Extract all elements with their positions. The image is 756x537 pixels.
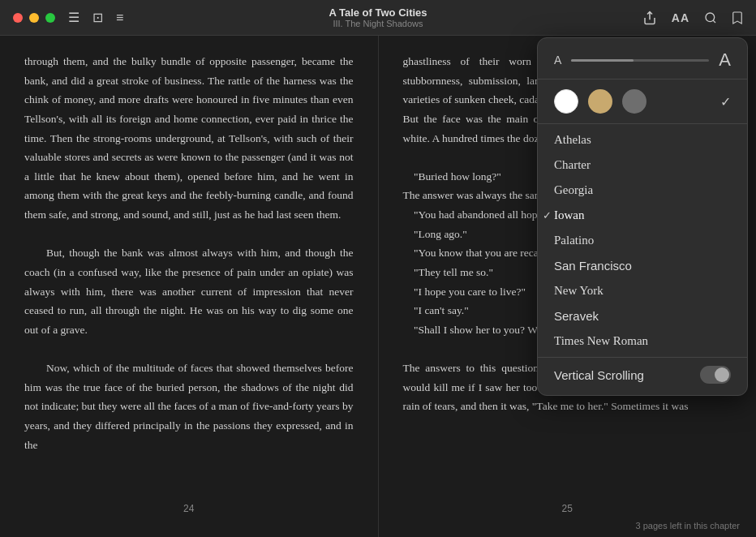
vertical-scrolling-toggle[interactable] xyxy=(700,366,731,384)
book-title: A Tale of Two Cities xyxy=(329,6,427,19)
vertical-scrolling-label: Vertical Scrolling xyxy=(554,368,644,382)
font-name: Athelas xyxy=(554,133,591,147)
font-name: Georgia xyxy=(554,183,593,197)
pages-left-label: 3 pages left in this chapter xyxy=(636,521,740,531)
font-item-new-york[interactable]: New York xyxy=(538,278,747,303)
font-size-icon[interactable]: AA xyxy=(672,11,689,24)
maximize-button[interactable] xyxy=(45,13,55,23)
selected-check-icon: ✓ xyxy=(543,209,552,222)
svg-line-1 xyxy=(713,20,715,23)
page-left: through them, and the bulky bundle of op… xyxy=(0,36,379,537)
font-name: New York xyxy=(554,284,604,298)
theme-white[interactable] xyxy=(554,89,578,114)
svg-point-0 xyxy=(706,13,715,22)
font-size-slider[interactable] xyxy=(571,59,709,62)
toolbar-right: AA xyxy=(642,11,743,25)
toggle-knob xyxy=(715,367,729,382)
font-size-slider-fill xyxy=(571,59,633,62)
window-title-area: A Tale of Two Cities III. The Night Shad… xyxy=(329,6,427,28)
page-number-left: 24 xyxy=(183,503,194,514)
list-icon[interactable]: ☰ xyxy=(68,10,79,25)
font-panel: A A ✓ Athelas Charter xyxy=(537,37,748,396)
font-item-san-francisco[interactable]: San Francisco xyxy=(538,253,747,278)
font-name: Palatino xyxy=(554,234,594,247)
share-icon[interactable] xyxy=(642,11,657,25)
traffic-lights xyxy=(13,13,55,23)
font-name: Charter xyxy=(554,158,591,172)
font-item-charter[interactable]: Charter xyxy=(538,153,747,178)
vertical-scrolling-row: Vertical Scrolling xyxy=(538,357,747,395)
page-number-right: 25 xyxy=(562,503,573,514)
font-name: Times New Roman xyxy=(554,334,648,348)
font-name: Iowan xyxy=(554,208,585,222)
theme-row: ✓ xyxy=(538,79,747,123)
bookmark-icon[interactable] xyxy=(732,11,743,25)
font-item-times-new-roman[interactable]: Times New Roman xyxy=(538,329,747,354)
font-name: Seravek xyxy=(554,309,599,323)
status-bar: 3 pages left in this chapter xyxy=(636,521,740,531)
font-item-iowan[interactable]: ✓ Iowan xyxy=(538,203,747,228)
theme-check-icon: ✓ xyxy=(720,94,731,110)
page-left-text: through them, and the bulky bundle of op… xyxy=(24,52,354,454)
font-item-seravek[interactable]: Seravek xyxy=(538,303,747,329)
font-size-small-label: A xyxy=(554,54,561,67)
theme-sepia[interactable] xyxy=(588,89,612,114)
reader-icon[interactable]: ≡ xyxy=(116,11,123,25)
title-bar: ☰ ⊡ ≡ A Tale of Two Cities III. The Nigh… xyxy=(0,0,756,36)
content-area: through them, and the bulky bundle of op… xyxy=(0,36,756,537)
theme-gray[interactable] xyxy=(622,89,646,114)
search-icon[interactable] xyxy=(704,11,717,24)
close-button[interactable] xyxy=(13,13,23,23)
minimize-button[interactable] xyxy=(29,13,39,23)
font-item-athelas[interactable]: Athelas xyxy=(538,127,747,153)
chapter-title: III. The Night Shadows xyxy=(329,19,427,28)
font-size-row: A A xyxy=(538,38,747,79)
font-item-georgia[interactable]: Georgia xyxy=(538,178,747,203)
font-list: Athelas Charter Georgia ✓ Iowan Palatino… xyxy=(538,124,747,357)
toolbar-left: ☰ ⊡ ≡ xyxy=(13,10,123,25)
font-size-large-label: A xyxy=(719,49,731,71)
font-item-palatino[interactable]: Palatino xyxy=(538,228,747,253)
font-name: San Francisco xyxy=(554,259,632,273)
theme-circles xyxy=(554,89,646,114)
sidebar-icon[interactable]: ⊡ xyxy=(92,10,103,25)
